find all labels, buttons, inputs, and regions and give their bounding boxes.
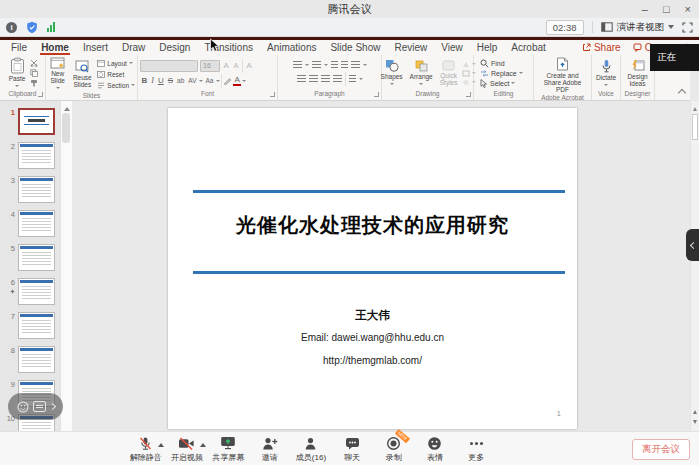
- security-shield-icon[interactable]: [26, 21, 38, 34]
- replace-button[interactable]: Replace: [480, 69, 523, 78]
- reaction-pill[interactable]: [8, 393, 63, 420]
- change-case-button[interactable]: Aa: [204, 75, 215, 86]
- dialog-launcher-icon[interactable]: [466, 92, 471, 97]
- next-slide-icon[interactable]: [693, 420, 697, 426]
- shapes-button[interactable]: Shapes: [379, 59, 405, 87]
- maximize-button[interactable]: □: [663, 0, 670, 18]
- fullscreen-icon[interactable]: [682, 22, 693, 33]
- section-button[interactable]: Section: [97, 81, 135, 90]
- slide-thumbnail-1[interactable]: 1: [0, 108, 60, 135]
- mic-options-arrow[interactable]: [158, 440, 164, 447]
- shape-effects-icon[interactable]: [462, 79, 470, 86]
- tab-insert[interactable]: Insert: [76, 41, 115, 55]
- char-spacing-button[interactable]: AV: [187, 75, 198, 86]
- network-signal-icon[interactable]: [47, 22, 55, 32]
- minimize-button[interactable]: –: [642, 0, 648, 18]
- clear-formatting-button[interactable]: A: [245, 60, 253, 71]
- underline-button[interactable]: U: [156, 75, 165, 86]
- line-spacing-icon[interactable]: [351, 61, 360, 69]
- invite-button[interactable]: 邀请: [249, 435, 290, 463]
- align-left-icon[interactable]: [297, 75, 306, 83]
- previous-slide-icon[interactable]: [693, 408, 697, 414]
- select-button[interactable]: Select: [480, 79, 515, 88]
- create-pdf-button[interactable]: Create and Share Adobe PDF: [536, 57, 589, 93]
- slide-canvas[interactable]: 光催化水处理技术的应用研究 王大伟 Email: dawei.wang@hhu.…: [168, 108, 577, 429]
- reset-button[interactable]: Reset: [97, 70, 135, 79]
- slide-thumbnail-4[interactable]: 4: [0, 210, 60, 237]
- tab-home[interactable]: Home: [34, 41, 76, 55]
- tab-draw[interactable]: Draw: [115, 41, 152, 55]
- font-size-combo[interactable]: 16: [200, 60, 220, 72]
- new-slide-button[interactable]: New Slide: [48, 57, 67, 91]
- leave-meeting-button[interactable]: 离开会议: [632, 439, 690, 460]
- align-right-icon[interactable]: [321, 75, 330, 83]
- reuse-slides-button[interactable]: Reuse Slides: [70, 60, 94, 88]
- tab-file[interactable]: File: [4, 41, 34, 55]
- dialog-launcher-icon[interactable]: [270, 92, 275, 97]
- decrease-indent-icon[interactable]: [331, 61, 338, 69]
- chat-button[interactable]: 聊天: [332, 435, 373, 463]
- scroll-up-icon[interactable]: [64, 104, 70, 111]
- panel-collapse-tab[interactable]: [686, 229, 699, 261]
- quick-panel-icon[interactable]: [33, 401, 46, 412]
- bullets-icon[interactable]: [293, 61, 302, 69]
- meeting-info-icon[interactable]: i: [6, 22, 17, 33]
- view-switch[interactable]: 演讲者视图: [601, 21, 675, 34]
- font-name-combo[interactable]: [140, 60, 198, 72]
- bold-button[interactable]: B: [140, 75, 149, 86]
- columns-icon[interactable]: [349, 75, 356, 83]
- chevron-right-icon[interactable]: [48, 403, 55, 410]
- increase-indent-icon[interactable]: [341, 61, 348, 69]
- dialog-launcher-icon[interactable]: [374, 92, 379, 97]
- numbering-icon[interactable]: [312, 61, 321, 69]
- dictate-button[interactable]: Dictate: [594, 59, 618, 88]
- members-button[interactable]: 成员(16): [290, 435, 331, 463]
- tab-design[interactable]: Design: [152, 41, 197, 55]
- scrollbar-thumb[interactable]: [692, 114, 698, 140]
- tab-slide-show[interactable]: Slide Show: [323, 41, 387, 55]
- slide-thumbnail-7[interactable]: 7: [0, 312, 60, 339]
- vertical-scrollbar[interactable]: [690, 101, 699, 432]
- share-screen-button[interactable]: 共享屏幕: [208, 435, 249, 463]
- arrange-button[interactable]: Arrange: [408, 60, 435, 87]
- cut-icon[interactable]: [30, 59, 38, 67]
- tab-transitions[interactable]: Transitions: [197, 41, 260, 55]
- slide-thumbnail-3[interactable]: 3: [0, 176, 60, 203]
- close-button[interactable]: ×: [685, 0, 691, 18]
- thumbnail-scrollbar[interactable]: [60, 101, 72, 432]
- emoji-button[interactable]: 表情: [414, 435, 455, 463]
- highlight-pen-icon[interactable]: [223, 76, 232, 85]
- copy-icon[interactable]: [30, 69, 38, 77]
- unmute-button[interactable]: 解除静音: [125, 435, 166, 463]
- slide-email[interactable]: Email: dawei.wang@hhu.edu.cn: [168, 332, 577, 343]
- slide-thumbnail-6[interactable]: 6: [0, 278, 60, 305]
- slide-title[interactable]: 光催化水处理技术的应用研究: [168, 212, 577, 239]
- shape-fill-icon[interactable]: [462, 61, 470, 68]
- scroll-up-icon[interactable]: [693, 105, 697, 111]
- paste-button[interactable]: Paste: [7, 57, 28, 89]
- tab-acrobat[interactable]: Acrobat: [504, 41, 552, 55]
- start-video-button[interactable]: 开启视频: [166, 435, 207, 463]
- layout-button[interactable]: Layout: [97, 59, 135, 68]
- font-color-button[interactable]: A: [233, 75, 241, 86]
- share-button[interactable]: Share: [582, 42, 621, 53]
- strikethrough-button[interactable]: S: [166, 75, 174, 86]
- align-center-icon[interactable]: [309, 75, 318, 83]
- tab-view[interactable]: View: [434, 41, 470, 55]
- tab-help[interactable]: Help: [470, 41, 505, 55]
- justify-icon[interactable]: [333, 75, 342, 83]
- slide-thumbnail-8[interactable]: 8: [0, 346, 60, 373]
- design-ideas-button[interactable]: Design Ideas: [623, 60, 652, 87]
- shape-outline-icon[interactable]: [462, 70, 470, 77]
- slide-thumbnail-2[interactable]: 2: [0, 142, 60, 169]
- dialog-launcher-icon[interactable]: [38, 92, 43, 97]
- tab-animations[interactable]: Animations: [260, 41, 323, 55]
- camera-options-arrow[interactable]: [200, 440, 206, 447]
- italic-button[interactable]: I: [150, 75, 156, 86]
- record-button[interactable]: 录制 NEW: [373, 435, 414, 463]
- grow-font-button[interactable]: A: [222, 60, 230, 71]
- shrink-font-button[interactable]: A: [232, 60, 240, 71]
- text-shadow-button[interactable]: ab: [176, 75, 186, 86]
- slide-author[interactable]: 王大伟: [168, 308, 577, 323]
- slide-thumbnail-5[interactable]: 5: [0, 244, 60, 271]
